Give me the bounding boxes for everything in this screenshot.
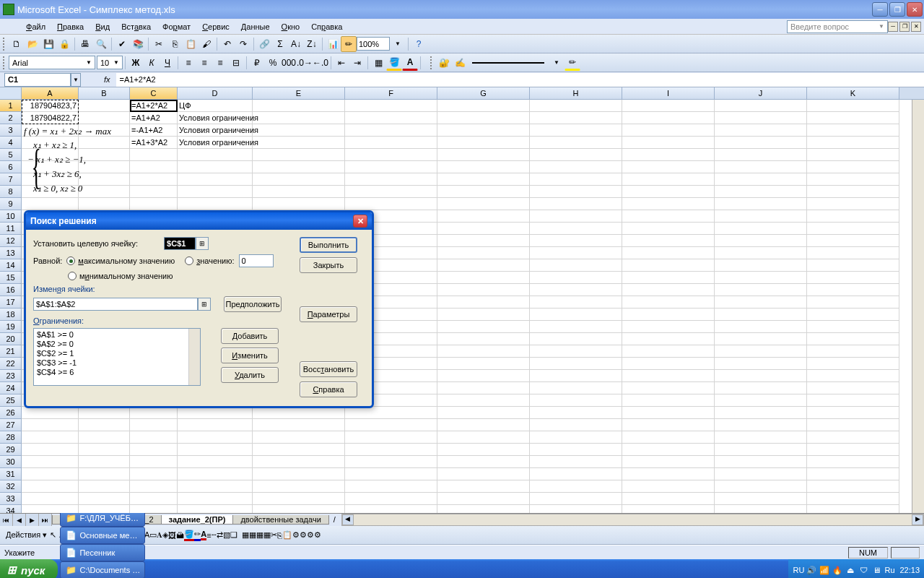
align-right-button[interactable]: ≡	[212, 55, 228, 71]
cell-G18[interactable]	[437, 309, 530, 321]
cell-K29[interactable]	[807, 444, 899, 456]
cell-B33[interactable]	[79, 493, 130, 505]
cell-H14[interactable]	[530, 259, 622, 272]
ext1-button[interactable]: ▦	[242, 530, 249, 540]
constraint-item[interactable]: $C$3 >= -1	[37, 358, 197, 368]
cell-F28[interactable]	[345, 431, 437, 444]
cell-B29[interactable]	[79, 444, 130, 456]
cell-A2[interactable]: 187904822,7	[22, 112, 79, 124]
menu-справка[interactable]: Справка	[305, 21, 348, 33]
cell-E4[interactable]	[253, 137, 345, 149]
cell-H3[interactable]	[530, 124, 622, 137]
cell-H10[interactable]	[530, 210, 622, 223]
doc-close-button[interactable]: ✕	[911, 22, 921, 32]
row-header-34[interactable]: 34	[0, 505, 22, 513]
row-header-26[interactable]: 26	[0, 407, 22, 419]
cell-H32[interactable]	[530, 480, 622, 493]
cell-H12[interactable]	[530, 235, 622, 247]
italic-button[interactable]: К	[144, 55, 160, 71]
wordart-button[interactable]: 𝐀	[157, 530, 162, 540]
row-header-21[interactable]: 21	[0, 345, 22, 358]
cell-G34[interactable]	[437, 505, 530, 513]
cell-J30[interactable]	[715, 456, 807, 468]
reset-button[interactable]: Восстановить	[300, 361, 357, 377]
cell-K12[interactable]	[807, 235, 899, 247]
comma-button[interactable]: 000	[281, 55, 297, 71]
dialog-close-button[interactable]: ✕	[353, 215, 367, 228]
underline-button[interactable]: Ч	[160, 55, 175, 71]
cell-I7[interactable]	[622, 173, 715, 186]
cell-D4[interactable]: Условия ограничения	[178, 137, 253, 149]
cell-K20[interactable]	[807, 333, 899, 345]
taskbar-item-1[interactable]: 📄Основные ме…	[60, 527, 145, 544]
cell-D1[interactable]: ЦФ	[178, 100, 253, 112]
cell-E29[interactable]	[253, 444, 345, 456]
target-cell-input[interactable]	[164, 237, 196, 250]
cell-I17[interactable]	[622, 296, 715, 309]
cell-F3[interactable]	[345, 124, 437, 137]
row-header-33[interactable]: 33	[0, 493, 22, 505]
name-box[interactable]: C1	[4, 73, 71, 87]
font-color-button[interactable]: A	[402, 55, 418, 71]
cell-K24[interactable]	[807, 382, 899, 394]
tray-av-icon[interactable]: 🔥	[832, 564, 843, 576]
menu-сервис[interactable]: Сервис	[196, 21, 235, 33]
cell-K10[interactable]	[807, 210, 899, 223]
cell-A32[interactable]	[22, 480, 79, 493]
hscroll-right-button[interactable]: ▶	[912, 514, 923, 525]
cell-E31[interactable]	[253, 468, 345, 480]
picture-button[interactable]: 🏔	[176, 531, 184, 540]
cell-C8[interactable]	[130, 186, 178, 198]
cell-B27[interactable]	[79, 419, 130, 431]
cell-G9[interactable]	[437, 198, 530, 210]
new-button[interactable]: 🗋	[9, 36, 25, 52]
cell-I8[interactable]	[622, 186, 715, 198]
cell-E33[interactable]	[253, 493, 345, 505]
cell-G11[interactable]	[437, 223, 530, 235]
cell-K25[interactable]	[807, 394, 899, 407]
paste-button[interactable]: 📋	[183, 36, 199, 52]
cell-G33[interactable]	[437, 493, 530, 505]
menu-правка[interactable]: Правка	[51, 21, 90, 33]
increase-indent-button[interactable]: ⇥	[349, 55, 365, 71]
cell-C30[interactable]	[130, 456, 178, 468]
clock[interactable]: 22:13	[899, 566, 920, 574]
ext9-button[interactable]: ⚙	[300, 530, 307, 540]
cell-D7[interactable]	[178, 173, 253, 186]
cell-F2[interactable]	[345, 112, 437, 124]
cell-K26[interactable]	[807, 407, 899, 419]
format-painter-button[interactable]: 🖌	[199, 36, 214, 52]
cell-H13[interactable]	[530, 247, 622, 259]
cell-H16[interactable]	[530, 284, 622, 296]
cell-I34[interactable]	[622, 505, 715, 513]
cell-H2[interactable]	[530, 112, 622, 124]
cell-H28[interactable]	[530, 431, 622, 444]
cell-A1[interactable]: 187904823,7	[22, 100, 79, 112]
cell-K32[interactable]	[807, 480, 899, 493]
options-button[interactable]: Параметры	[300, 306, 357, 322]
cell-G19[interactable]	[437, 321, 530, 333]
close-dialog-button[interactable]: Закрыть	[300, 257, 357, 273]
cell-D31[interactable]	[178, 468, 253, 480]
cell-K22[interactable]	[807, 358, 899, 370]
cell-J21[interactable]	[715, 345, 807, 358]
zoom-combo[interactable]: 100%	[357, 37, 390, 51]
cell-C27[interactable]	[130, 419, 178, 431]
cell-I14[interactable]	[622, 259, 715, 272]
cell-F33[interactable]	[345, 493, 437, 505]
cell-C4[interactable]: =A1+3*A2	[130, 137, 178, 149]
maximize-button[interactable]: ❐	[889, 2, 905, 17]
row-header-14[interactable]: 14	[0, 259, 22, 272]
radio-max[interactable]	[66, 256, 75, 265]
cell-K8[interactable]	[807, 186, 899, 198]
line-color-button[interactable]: ✏	[194, 530, 201, 541]
arrow-style-button[interactable]: ⇄	[217, 530, 223, 540]
cell-I1[interactable]	[622, 100, 715, 112]
minimize-button[interactable]: ─	[872, 2, 888, 17]
cell-C28[interactable]	[130, 431, 178, 444]
cell-J15[interactable]	[715, 272, 807, 284]
cell-E8[interactable]	[253, 186, 345, 198]
cell-J28[interactable]	[715, 431, 807, 444]
cell-C32[interactable]	[130, 480, 178, 493]
cell-J27[interactable]	[715, 419, 807, 431]
